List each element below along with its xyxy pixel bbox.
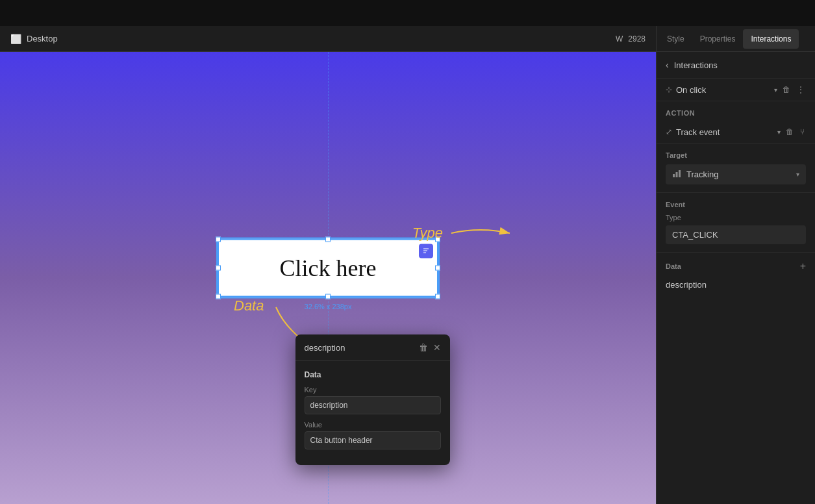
data-item[interactable]: description: [666, 277, 806, 292]
event-type-label: Type: [666, 214, 806, 221]
trigger-chevron-icon: ▾: [774, 86, 777, 94]
action-section-label: Action: [657, 101, 815, 121]
canvas-toolbar: ⬜ Desktop W 2928: [0, 26, 656, 52]
type-arrow-icon: [448, 223, 513, 243]
chart-icon: [672, 169, 681, 180]
target-dropdown-chevron-icon: ▾: [796, 171, 799, 178]
popup-value-input[interactable]: [305, 431, 441, 449]
on-click-row[interactable]: ⊹ On click ▾ 🗑 ⋮: [657, 79, 815, 101]
popup-title: description: [305, 343, 345, 353]
popup-section-title: Data: [305, 370, 441, 379]
description-popup: description 🗑 ✕ Data Key Value: [295, 334, 450, 465]
event-section: Event Type CTA_CLICK: [657, 193, 815, 253]
panel-content: ‹ Interactions ⊹ On click ▾ 🗑 ⋮ Action ⤢…: [657, 52, 815, 504]
popup-value-label: Value: [305, 421, 441, 429]
event-section-label: Event: [666, 201, 806, 208]
device-label: Desktop: [27, 34, 58, 44]
data-header: Data +: [666, 260, 806, 272]
data-add-button[interactable]: +: [800, 260, 806, 272]
svg-rect-2: [673, 174, 675, 177]
cursor-icon: ⊹: [666, 85, 672, 94]
handle-bm[interactable]: [325, 294, 331, 299]
popup-header: description 🗑 ✕: [295, 334, 450, 361]
canvas-area: ⬜ Desktop W 2928: [0, 26, 656, 504]
popup-key-input[interactable]: [305, 396, 441, 414]
trigger-delete-button[interactable]: 🗑: [781, 84, 792, 95]
tab-properties[interactable]: Properties: [692, 29, 744, 49]
top-bar: [0, 0, 815, 26]
data-annotation-text: Data: [234, 297, 264, 314]
data-annotation: Data: [234, 297, 264, 314]
panel-tabs: Style Properties Interactions: [657, 26, 815, 52]
track-event-label: Track event: [676, 127, 773, 137]
back-button[interactable]: ‹: [666, 60, 669, 70]
handle-br[interactable]: [435, 294, 440, 299]
track-event-branch-button[interactable]: ⑂: [799, 126, 806, 138]
track-event-chevron-icon: ▾: [777, 129, 781, 136]
interactions-header: ‹ Interactions: [657, 52, 815, 79]
right-panel: Style Properties Interactions ‹ Interact…: [656, 26, 815, 504]
handle-mr[interactable]: [435, 266, 440, 271]
handle-ml[interactable]: [216, 266, 221, 271]
track-event-delete-button[interactable]: 🗑: [784, 126, 795, 138]
popup-body: Data Key Value: [295, 361, 450, 465]
target-dropdown-text: Tracking: [686, 170, 791, 179]
target-section: Target Tracking ▾: [657, 144, 815, 193]
interactions-title: Interactions: [674, 60, 718, 70]
svg-rect-4: [679, 170, 681, 177]
target-section-label: Target: [666, 151, 806, 159]
trigger-more-button[interactable]: ⋮: [796, 84, 806, 95]
width-value: 2928: [628, 34, 646, 44]
trigger-label: On click: [676, 85, 770, 95]
data-section: Data + description: [657, 253, 815, 300]
main-area: ⬜ Desktop W 2928: [0, 26, 815, 504]
canvas-content: Click here 32.6% x 238px Type: [0, 52, 656, 504]
canvas-viewport: Click here 32.6% x 238px Type: [0, 52, 656, 504]
handle-bl[interactable]: [216, 294, 221, 299]
share-icon: ⤢: [666, 127, 672, 136]
handle-tl[interactable]: [216, 237, 221, 242]
popup-close-button[interactable]: ✕: [433, 342, 441, 353]
target-dropdown[interactable]: Tracking ▾: [666, 164, 806, 184]
canvas-button-text: Click here: [280, 255, 377, 282]
canvas-button-icon: [419, 244, 433, 258]
popup-key-label: Key: [305, 386, 441, 394]
popup-delete-button[interactable]: 🗑: [419, 342, 428, 353]
canvas-toolbar-right: W 2928: [616, 34, 646, 44]
popup-header-actions: 🗑 ✕: [419, 342, 441, 353]
trigger-row-actions: 🗑 ⋮: [781, 84, 806, 95]
canvas-button[interactable]: Click here: [218, 239, 438, 297]
tab-style[interactable]: Style: [659, 29, 692, 49]
data-section-label: Data: [666, 262, 681, 270]
type-annotation: Type: [412, 223, 513, 243]
event-type-value: CTA_CLICK: [666, 225, 806, 244]
tab-interactions[interactable]: Interactions: [743, 29, 799, 49]
canvas-toolbar-left: ⬜ Desktop: [10, 34, 610, 44]
track-event-row-actions: 🗑 ⑂: [784, 126, 806, 138]
type-annotation-text: Type: [412, 225, 443, 242]
width-label: W: [616, 34, 623, 44]
svg-rect-3: [676, 172, 678, 177]
handle-tm[interactable]: [325, 237, 331, 242]
track-event-row[interactable]: ⤢ Track event ▾ 🗑 ⑂: [657, 121, 815, 144]
desktop-icon: ⬜: [10, 34, 21, 44]
